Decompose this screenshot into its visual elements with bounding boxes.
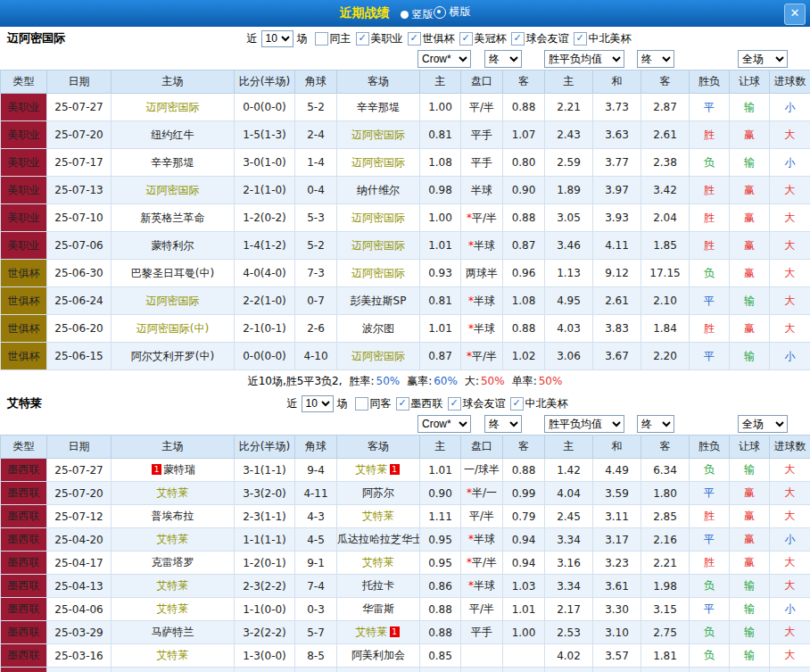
avg-odds-select[interactable]: 胜平负均值 [544, 50, 624, 68]
avg-draw-odds: 3.62 [593, 668, 641, 672]
goals-result: 大 [770, 204, 810, 232]
column-header: 主 [420, 71, 461, 94]
layout-radio-horizontal[interactable]: 横版 [434, 4, 471, 20]
filter-option[interactable]: ✓美冠杯 [459, 31, 507, 46]
checkbox-unchecked-icon[interactable] [355, 397, 368, 411]
home-team: 新英格兰革命 [112, 204, 235, 232]
avg-away-odds: 1.85 [641, 232, 690, 260]
checkbox-checked-icon[interactable]: ✓ [448, 397, 461, 411]
score: 3-2(2-2) [235, 621, 295, 644]
summary-stat-value: 50% [481, 375, 505, 387]
handicap-result: 赢 [730, 315, 770, 343]
checkbox-checked-icon[interactable]: ✓ [408, 32, 421, 46]
home-odds: 0.81 [420, 121, 461, 149]
close-button[interactable]: ✕ [784, 4, 806, 25]
filter-option[interactable]: 同主 [315, 31, 351, 46]
checkbox-checked-icon[interactable]: ✓ [511, 32, 525, 46]
handicap-result: 输 [730, 575, 770, 598]
summary-stat-value: 60% [434, 375, 458, 387]
home-team: 阿尔艾利开罗(中) [112, 343, 235, 370]
score: 1-2(0-2) [235, 204, 295, 232]
match-result: 胜 [690, 315, 730, 343]
home-odds: 1.08 [420, 149, 461, 177]
filter-option[interactable]: ✓墨西联 [396, 396, 443, 411]
match-row: 美职业25-07-27迈阿密国际0-0(0-0)5-2辛辛那堤1.00平/半0.… [1, 94, 810, 121]
team-name-text: 克雷塔罗 [152, 556, 194, 568]
handicap-result: 输 [730, 343, 770, 370]
score: 1-2(0-1) [235, 552, 295, 575]
results-table: 类型日期主场比分(半场)角球客场主盘口客主和客胜负让球进球数美职业25-07-2… [0, 70, 810, 370]
goals-result: 大 [770, 482, 810, 505]
match-date: 25-03-29 [47, 621, 112, 644]
summary-stat-value: 50% [539, 375, 563, 387]
home-odds: 0.81 [420, 287, 461, 315]
filter-option[interactable]: ✓球会友谊 [448, 396, 506, 411]
avg-odds-select[interactable]: 胜平负均值 [544, 415, 624, 433]
avg-draw-odds: 3.61 [593, 575, 641, 598]
avg-away-odds: 3.42 [641, 177, 690, 204]
odds-company-select[interactable]: Crow* [417, 415, 471, 433]
match-result: 负 [690, 149, 730, 177]
team-name-text: 迈阿密国际 [146, 184, 200, 196]
filter-option[interactable]: ✓美职业 [356, 31, 403, 46]
avg-home-odds: 2.59 [545, 149, 593, 177]
column-header: 让球 [730, 436, 770, 459]
handicap-result: 赢 [730, 552, 770, 575]
away-odds: 1.07 [503, 121, 545, 149]
match-result: 胜 [690, 552, 730, 575]
home-odds: 1.11 [420, 505, 461, 528]
column-header: 进球数 [770, 436, 810, 459]
recent-count-select[interactable]: 10 [302, 395, 334, 412]
team-name-text: 马萨特兰 [152, 626, 194, 638]
avg-away-odds: 1.80 [641, 482, 690, 505]
avg-stage-select[interactable]: 终 [637, 415, 674, 433]
league-type: 美职业 [1, 177, 47, 204]
odds-stage-select[interactable]: 终 [484, 415, 522, 433]
filter-option[interactable]: ✓球会友谊 [511, 31, 569, 46]
handicap: 半球 [461, 177, 503, 204]
recent-count-select[interactable]: 10 [261, 30, 293, 47]
score: 2-3(1-1) [235, 505, 295, 528]
radio-label: 竖版 [412, 7, 434, 22]
checkbox-unchecked-icon[interactable] [315, 32, 328, 46]
checkbox-checked-icon[interactable]: ✓ [356, 32, 369, 46]
team-name-text: 彭美拉斯SP [351, 295, 407, 307]
scope-select[interactable]: 全场 [738, 50, 788, 68]
filter-label: 同客 [370, 396, 392, 411]
filter-option[interactable]: ✓世俱杯 [408, 31, 455, 46]
score: 3-3(2-0) [235, 482, 295, 505]
handicap-result: 赢 [730, 668, 770, 672]
filter-option[interactable]: 同客 [355, 396, 392, 411]
handicap: 半球 [461, 668, 503, 672]
odds-stage-select[interactable]: 终 [484, 50, 522, 68]
checkbox-checked-icon[interactable]: ✓ [510, 397, 524, 411]
avg-away-odds: 6.34 [641, 459, 690, 482]
corners: 4-5 [295, 528, 337, 552]
filters: 近10场同主✓美职业✓世俱杯✓美冠杯✓球会友谊✓中北美杯 [244, 30, 632, 47]
red-card-badge: 1 [152, 464, 161, 475]
handicap-result: 赢 [730, 204, 770, 232]
avg-stage-select[interactable]: 终 [637, 50, 674, 68]
team-name-text: 艾特莱 [362, 510, 394, 522]
avg-away-odds: 1.81 [641, 644, 690, 668]
checkbox-checked-icon[interactable]: ✓ [396, 397, 409, 411]
scope-select[interactable]: 全场 [738, 415, 788, 433]
asterisk-mark: * [468, 579, 474, 592]
layout-radio-vertical[interactable]: 竖版 [401, 7, 434, 22]
recent-label: 近 [287, 396, 298, 411]
avg-draw-odds: 3.59 [593, 482, 641, 505]
match-row: 世俱杯25-06-30巴黎圣日耳曼(中)4-0(4-0)7-3迈阿密国际0.93… [1, 260, 810, 287]
title-group: 近期战绩 竖版横版 [0, 4, 810, 22]
filter-option[interactable]: ✓中北美杯 [510, 396, 568, 411]
filter-option[interactable]: ✓中北美杯 [574, 31, 632, 46]
odds-company-select[interactable]: Crow* [417, 50, 471, 68]
dropdown-strip: Crow*终胜平负均值终全场 [0, 415, 810, 435]
checkbox-checked-icon[interactable]: ✓ [459, 32, 473, 46]
home-odds: 0.90 [420, 482, 461, 505]
away-team: 艾特莱 [337, 552, 420, 575]
home-odds: 1.00 [420, 94, 461, 121]
corners: 5-7 [295, 621, 337, 644]
checkbox-checked-icon[interactable]: ✓ [574, 32, 587, 46]
corners: 4-11 [295, 482, 337, 505]
home-odds: 0.93 [420, 260, 461, 287]
